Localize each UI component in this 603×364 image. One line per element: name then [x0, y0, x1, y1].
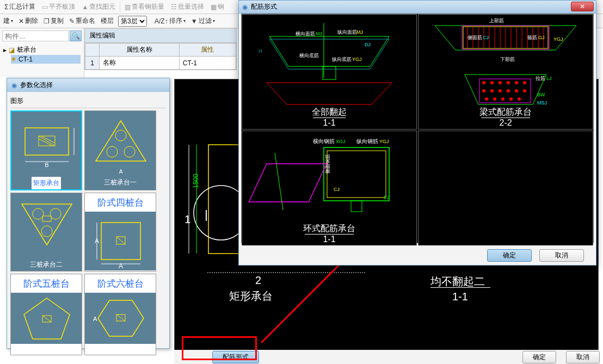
gear-icon: ✷ — [11, 55, 16, 63]
svg-text:MJ: MJ — [316, 31, 322, 36]
copy-button[interactable]: ❐ 复制 — [42, 16, 65, 26]
view-rebar-label: 查看钢筋量 — [132, 2, 164, 11]
svg-text:LJ: LJ — [546, 76, 552, 81]
svg-text:A: A — [93, 316, 97, 322]
shape-caption: 阶式六桩台 — [96, 274, 145, 292]
svg-point-14 — [33, 208, 44, 219]
prop-value-cell[interactable]: CT-1 — [179, 57, 236, 70]
close-button[interactable]: ✕ — [571, 2, 594, 11]
shape-card-tri2[interactable]: 三桩承台二 — [10, 193, 82, 272]
tree-node-ct1[interactable]: ✷ CT-1 — [11, 55, 81, 64]
search-input[interactable] — [2, 30, 69, 41]
svg-point-86 — [490, 89, 494, 92]
svg-rect-18 — [101, 223, 140, 260]
svg-marker-28 — [98, 300, 144, 336]
prop-row-num: 1 — [85, 57, 100, 70]
shape-caption: 三桩承台一 — [102, 176, 138, 189]
dialog-cell-4[interactable] — [418, 131, 593, 246]
svg-point-9 — [107, 146, 118, 157]
chevron-down-icon: ▾ — [183, 18, 186, 23]
svg-rect-42 — [323, 66, 336, 79]
prop-name-cell[interactable]: 名称 — [100, 57, 180, 70]
tree-root-label: 桩承台 — [17, 45, 36, 54]
copy-label: 复制 — [51, 16, 64, 26]
tree-child-label: CT-1 — [19, 55, 33, 63]
svg-point-79 — [482, 81, 485, 84]
rename-label: 重命名 — [76, 16, 95, 26]
rename-button[interactable]: ✎ 重命名 — [68, 16, 96, 26]
app-icon: ◉ — [11, 82, 17, 89]
svg-text:GJ: GJ — [538, 35, 545, 40]
filter-button[interactable]: ▼ 过滤 ▾ — [190, 16, 216, 26]
find-element-button[interactable]: ▲ 查找图元 — [79, 2, 118, 11]
cell2-sec: 2-2 — [419, 118, 593, 128]
batch-select-button[interactable]: ☷ 批量选择 — [169, 2, 206, 11]
floor-label: 楼层 — [100, 16, 115, 26]
dialog-cancel-button[interactable]: 取消 — [539, 249, 584, 262]
svg-text:上部筋: 上部筋 — [489, 18, 504, 23]
svg-point-92 — [493, 97, 496, 101]
dialog-cell-1[interactable]: 横向面筋MJ 纵向面筋MJ 横向底筋 纵向底筋YGJ DJ H 全部翻起 1-1 — [242, 14, 417, 129]
section-num-left: 1 — [184, 213, 190, 226]
svg-text:YGJ: YGJ — [553, 36, 563, 42]
shape-caption: 阶式四桩台 — [96, 193, 145, 211]
svg-text:BW: BW — [537, 92, 545, 97]
svg-text:横向底筋: 横向底筋 — [299, 53, 319, 58]
shape-ratio: B=A/1.7326 — [101, 344, 139, 355]
shape-card-step4[interactable]: 阶式四桩台 AA — [84, 193, 156, 272]
param-window-titlebar[interactable]: ◉ 参数化选择 — [7, 78, 169, 92]
shape-card-tri1[interactable]: A 三桩承台一 — [84, 110, 156, 190]
shape-ratio: B=A/1.5385 — [27, 344, 65, 355]
shape-name-label: 矩形承台 — [229, 289, 273, 304]
svg-line-20 — [116, 237, 125, 244]
new-label: 建 — [3, 16, 10, 26]
summary-calc-button[interactable]: Σ 汇总计算 — [2, 2, 38, 11]
dialog-title: 配筋形式 — [251, 2, 277, 11]
svg-point-88 — [507, 89, 510, 92]
new-button[interactable]: 建 ▾ — [2, 16, 14, 26]
rebar-button[interactable]: ▦ 钢 — [208, 2, 226, 11]
sort-button[interactable]: A/Z↑ 排序 ▾ — [153, 16, 187, 26]
divider — [430, 287, 490, 288]
divider — [313, 118, 346, 118]
align-top-button[interactable]: ▭ 平齐板顶 — [40, 2, 77, 11]
right-section-name: 均不翻起二 — [430, 274, 485, 289]
svg-point-81 — [499, 81, 502, 84]
svg-rect-0 — [25, 128, 69, 155]
svg-point-84 — [523, 81, 526, 84]
ok-button-bottom[interactable]: 确定 — [522, 351, 556, 363]
app-icon: ◉ — [242, 3, 248, 11]
filter-label: 过滤 — [199, 16, 212, 26]
dialog-ok-button[interactable]: 确定 — [487, 249, 532, 262]
cell1-name: 全部翻起 — [242, 107, 416, 118]
delete-button[interactable]: ✕ 删除 — [17, 16, 39, 26]
cancel-button-bottom[interactable]: 取消 — [566, 351, 600, 363]
svg-marker-43 — [267, 83, 392, 104]
annotation-rect — [182, 336, 257, 360]
shape-caption: 矩形承台 — [32, 177, 61, 189]
shape-card-step5[interactable]: 阶式五桩台 B=A/1.5385 — [10, 274, 82, 355]
dialog-cell-2[interactable]: 上部筋 侧面筋CJ 箍筋GJ YGJ 下部筋 拉筋LJ BW MSJ 梁式配筋承… — [418, 14, 593, 129]
svg-point-89 — [515, 89, 518, 92]
chevron-down-icon: ▾ — [213, 18, 215, 23]
svg-text:H: H — [259, 48, 262, 54]
folder-icon: ◪ — [9, 46, 15, 54]
cell3-sec: 1-1 — [242, 235, 416, 244]
prop-col-value: 属性 — [179, 44, 236, 57]
svg-text:侧面筋: 侧面筋 — [467, 35, 482, 40]
dialog-titlebar[interactable]: ◉ 配筋形式 ✕ — [239, 1, 596, 14]
floor-select[interactable]: 第3层 — [118, 16, 147, 27]
svg-text:EJ: EJ — [384, 195, 390, 200]
summary-calc-label: 汇总计算 — [9, 2, 35, 11]
divider — [305, 234, 354, 235]
svg-text:横向面筋: 横向面筋 — [296, 31, 315, 36]
svg-text:拉筋: 拉筋 — [536, 76, 545, 81]
view-rebar-button[interactable]: ▥ 查看钢筋量 — [122, 2, 167, 11]
svg-point-85 — [482, 89, 485, 92]
rebar-label: 钢 — [218, 2, 224, 11]
tree-node-root[interactable]: ▸ ◪ 桩承台 — [3, 45, 81, 55]
shape-card-rect[interactable]: B 矩形承台 — [10, 110, 82, 190]
search-button[interactable]: 🔍 — [70, 30, 82, 41]
shape-card-step6[interactable]: 阶式六桩台 A B=A/1.7326 — [84, 274, 156, 355]
dialog-cell-3[interactable]: 横向钢筋XGJ 纵向钢筋YGJ 侧面钢筋 CJ EJ 环式配筋承台 1-1 — [242, 131, 417, 246]
